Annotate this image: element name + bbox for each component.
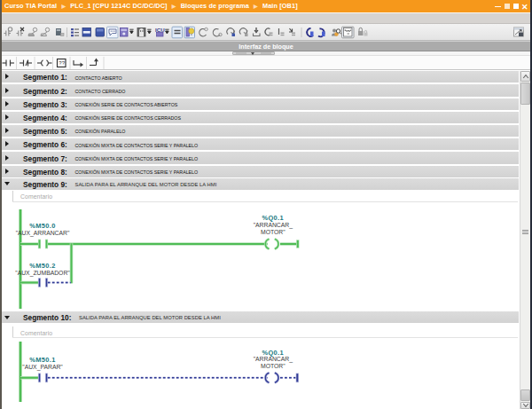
svg-text:??: ?? — [59, 60, 65, 66]
svg-text:"AUX_ARRANCAR": "AUX_ARRANCAR" — [16, 230, 70, 237]
svg-text:"AUX_ZUMBADOR": "AUX_ZUMBADOR" — [15, 270, 70, 277]
svg-text:"AUX_PARAR": "AUX_PARAR" — [22, 364, 63, 371]
svg-text:MOTOR": MOTOR" — [261, 229, 286, 235]
svg-text:MOTOR": MOTOR" — [261, 363, 286, 369]
svg-text:%Q0.1: %Q0.1 — [262, 214, 284, 222]
svg-text:ICU: ICU — [155, 27, 165, 33]
svg-text:"ARRANCAR_: "ARRANCAR_ — [254, 222, 293, 229]
